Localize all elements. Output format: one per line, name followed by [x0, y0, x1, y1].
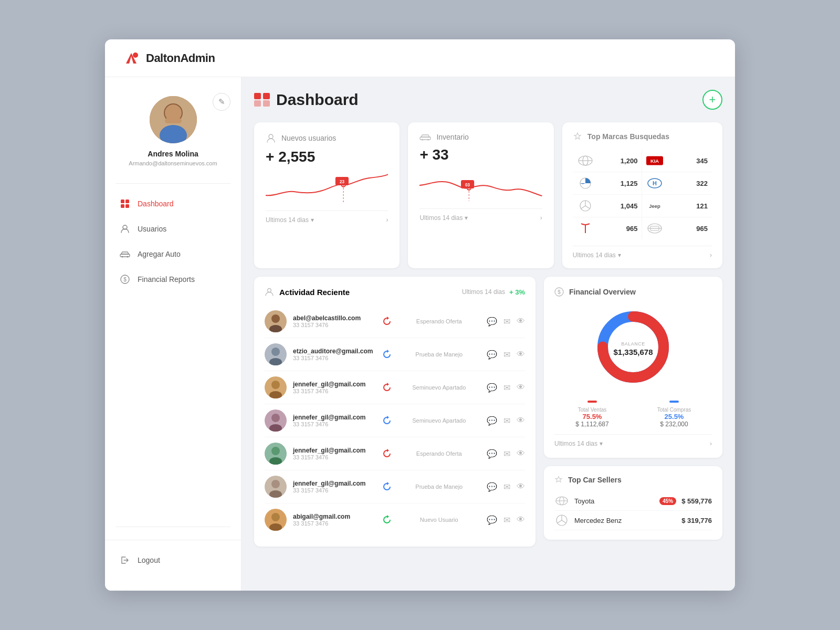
balance-label: BALANCE — [621, 341, 645, 346]
email-icon[interactable]: ✉ — [503, 482, 510, 492]
sidebar-item-dashboard-label: Dashboard — [138, 200, 174, 208]
email-icon[interactable]: ✉ — [503, 317, 510, 327]
logo-text: DaltonAdmin — [146, 51, 215, 65]
stat-arrow-usuarios[interactable]: › — [386, 216, 388, 224]
svg-rect-18 — [254, 100, 261, 107]
sidebar-item-dashboard[interactable]: Dashboard — [111, 192, 235, 215]
seller-row-toyota: Toyota 45% $ 559,776 — [554, 491, 712, 511]
activity-header: Actividad Reciente Ultimos 14 dias + 3% — [265, 287, 525, 297]
activity-email: etzio_auditore@gmail.com — [293, 348, 376, 355]
list-item: abigail@gmail.com 33 3157 3476 Nuevo Usu… — [265, 503, 525, 536]
whatsapp-icon[interactable]: 💬 — [487, 515, 497, 525]
svg-point-51 — [271, 348, 280, 356]
svg-line-42 — [581, 206, 585, 209]
whatsapp-icon[interactable]: 💬 — [487, 383, 497, 393]
dashboard-grid-icon — [254, 93, 270, 107]
seller-row-mercedes: Mercedez Benz $ 319,776 — [554, 511, 712, 530]
activity-growth: + 3% — [509, 288, 525, 296]
star-icon-sellers — [554, 476, 563, 484]
sidebar-bottom-divider — [116, 527, 230, 527]
list-item: jennefer_gil@gmail.com 33 3157 3476 Semi… — [265, 371, 525, 404]
email-icon[interactable]: ✉ — [503, 449, 510, 459]
sidebar-item-usuarios[interactable]: Usuarios — [111, 217, 235, 240]
svg-rect-5 — [165, 118, 182, 123]
activity-info: abel@abelcastillo.com 33 3157 3476 — [293, 314, 376, 328]
list-item: jennefer_gil@gmail.com 33 3157 3476 Prue… — [265, 470, 525, 503]
usuarios-stat-icon — [266, 133, 276, 143]
sellers-title: Top Car Sellers — [568, 476, 622, 484]
financial-overview-card: $ Financial Overview — [544, 277, 722, 458]
stat-card-inventario-header: Inventario — [419, 133, 542, 141]
activity-period: Ultimos 14 dias — [462, 288, 505, 296]
financial-arrow[interactable]: › — [710, 440, 712, 447]
activity-info: jennefer_gil@gmail.com 33 3157 3476 — [293, 480, 376, 494]
stat-arrow-inventario[interactable]: › — [540, 214, 542, 222]
whatsapp-icon[interactable]: 💬 — [487, 350, 497, 360]
activity-status-text: Nuevo Usuario — [398, 517, 481, 523]
compras-dot — [669, 401, 679, 403]
email-icon[interactable]: ✉ — [503, 383, 510, 393]
svg-rect-7 — [125, 200, 129, 203]
tesla-logo — [577, 223, 594, 234]
whatsapp-icon[interactable]: 💬 — [487, 482, 497, 492]
stat-chart-usuarios: 23 — [266, 172, 388, 203]
ventas-label: Total Ventas — [554, 407, 630, 413]
activity-phone: 33 3157 3476 — [293, 487, 376, 494]
whatsapp-icon[interactable]: 💬 — [487, 416, 497, 426]
marcas-footer: Ultimos 14 dias ▾ › — [573, 246, 712, 259]
sidebar-item-financial-reports[interactable]: $ Financial Reports — [111, 268, 235, 291]
logout-button[interactable]: Logout — [111, 549, 235, 572]
view-icon[interactable]: 👁 — [517, 383, 525, 392]
avatar — [265, 343, 287, 365]
stat-card-inventario-label: Inventario — [436, 133, 468, 141]
marca-row-hyundai: H 322 — [642, 172, 712, 195]
view-icon[interactable]: 👁 — [517, 416, 525, 425]
profile-email: Armando@daltonseminuevos.com — [129, 160, 217, 166]
chevron-down-icon-usuarios: ▾ — [311, 216, 314, 224]
view-icon[interactable]: 👁 — [517, 317, 525, 326]
activity-email: abigail@gmail.com — [293, 513, 376, 520]
view-icon[interactable]: 👁 — [517, 350, 525, 359]
stat-footer-usuarios: Ultimos 14 dias ▾ › — [266, 211, 388, 224]
activity-status-text: Esperando Oferta — [398, 318, 481, 324]
ventas-pct: 75.5% — [554, 413, 630, 421]
avatar — [265, 376, 287, 398]
email-icon[interactable]: ✉ — [503, 416, 510, 426]
grid-icon — [120, 198, 130, 209]
svg-point-55 — [271, 414, 280, 422]
edit-profile-button[interactable]: ✎ — [213, 93, 230, 111]
add-button[interactable]: + — [702, 90, 722, 110]
view-icon[interactable]: 👁 — [517, 449, 525, 458]
refresh-icon — [382, 317, 392, 326]
svg-point-58 — [269, 457, 282, 465]
seller-badge-toyota: 45% — [659, 497, 676, 505]
whatsapp-icon[interactable]: 💬 — [487, 317, 497, 327]
top-sellers-card: Top Car Sellers Toyota 45% $ 559,776 — [544, 466, 722, 540]
stat-period-inventario: Ultimos 14 dias — [419, 214, 463, 222]
activity-phone: 33 3157 3476 — [293, 355, 376, 361]
marca-row-bmw: 1,125 — [573, 172, 643, 195]
activity-info: jennefer_gil@gmail.com 33 3157 3476 — [293, 381, 376, 394]
bmw-count: 1,125 — [621, 180, 638, 187]
activity-status-text: Prueba de Manejo — [398, 351, 481, 358]
whatsapp-icon[interactable]: 💬 — [487, 449, 497, 459]
sidebar-item-agregar-auto[interactable]: Agregar Auto — [111, 243, 235, 266]
avatar — [265, 410, 287, 432]
email-icon[interactable]: ✉ — [503, 515, 510, 525]
view-icon[interactable]: 👁 — [517, 482, 525, 491]
svg-text:Jeep: Jeep — [649, 203, 661, 209]
logout-label: Logout — [138, 556, 160, 564]
toyota-logo — [577, 155, 594, 166]
profile-name: Andres Molina — [148, 150, 198, 158]
svg-point-50 — [269, 325, 282, 332]
jeep-count: 121 — [696, 202, 708, 210]
bottom-row: Actividad Reciente Ultimos 14 dias + 3% — [254, 277, 722, 547]
top-marcas-card: Top Marcas Busquedas 1,200 KIA — [562, 122, 722, 268]
view-icon[interactable]: 👁 — [517, 515, 525, 524]
sidebar-bottom: Logout — [105, 540, 241, 580]
activity-email: jennefer_gil@gmail.com — [293, 414, 376, 421]
compras-pct: 25.5% — [636, 413, 712, 421]
marcas-arrow[interactable]: › — [710, 251, 712, 259]
sidebar-divider — [116, 183, 230, 184]
email-icon[interactable]: ✉ — [503, 350, 510, 360]
